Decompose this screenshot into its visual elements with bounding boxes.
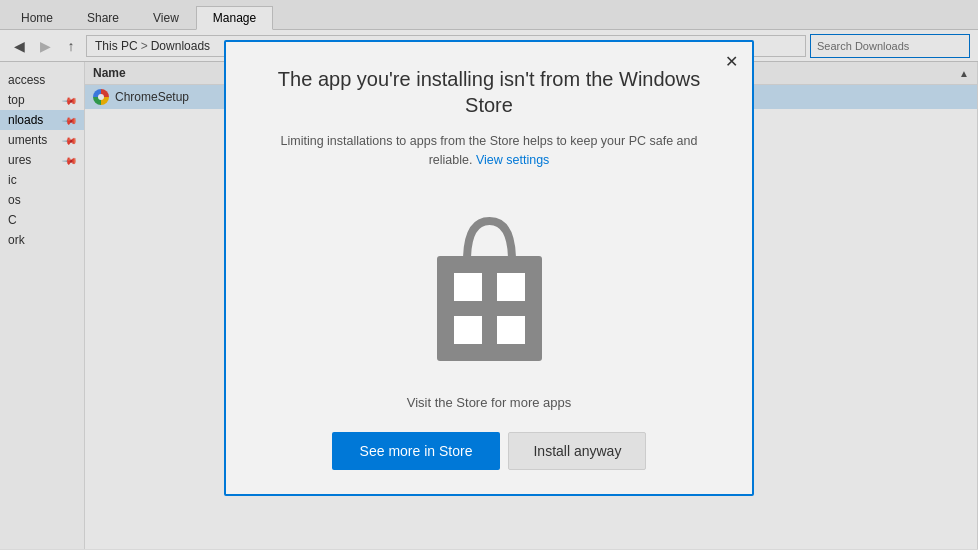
warning-dialog: ✕ The app you're installing isn't from t… bbox=[224, 40, 754, 496]
visit-store-text: Visit the Store for more apps bbox=[407, 395, 572, 410]
dialog-buttons: See more in Store Install anyway bbox=[332, 432, 647, 470]
view-settings-link[interactable]: View settings bbox=[476, 153, 549, 167]
dialog-title: The app you're installing isn't from the… bbox=[258, 66, 720, 118]
svg-rect-1 bbox=[454, 273, 482, 301]
close-button[interactable]: ✕ bbox=[718, 48, 744, 74]
dialog-subtitle: Limiting installations to apps from the … bbox=[258, 132, 720, 170]
store-bag-icon bbox=[412, 196, 567, 371]
store-icon-container bbox=[412, 196, 567, 375]
svg-rect-2 bbox=[497, 273, 525, 301]
svg-rect-3 bbox=[454, 316, 482, 344]
install-anyway-button[interactable]: Install anyway bbox=[508, 432, 646, 470]
svg-rect-4 bbox=[497, 316, 525, 344]
svg-rect-0 bbox=[437, 256, 542, 361]
dialog-overlay: ✕ The app you're installing isn't from t… bbox=[0, 0, 978, 550]
see-more-in-store-button[interactable]: See more in Store bbox=[332, 432, 501, 470]
